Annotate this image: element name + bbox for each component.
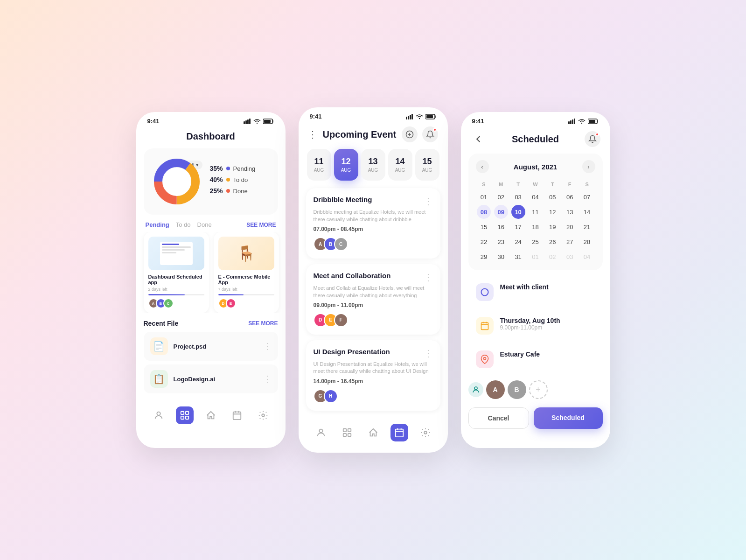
cal-day-21[interactable]: 21 [580, 220, 594, 234]
svg-rect-2 [247, 119, 249, 124]
event-card-dribbble: Dribblble Meeting ⋮ Dribbble meeting at … [306, 188, 440, 259]
event-time-dribbble: 07.00pm - 08.45pm [314, 226, 433, 232]
tab-todo[interactable]: To do [176, 221, 191, 228]
ev-avatar-8: H [324, 389, 338, 403]
cal-day-16[interactable]: 16 [494, 220, 508, 234]
file-menu-psd[interactable]: ⋮ [263, 341, 272, 351]
cal-day-02b[interactable]: 02 [545, 250, 559, 264]
cal-day-11[interactable]: 11 [528, 205, 542, 219]
cal-day-05[interactable]: 05 [545, 190, 559, 204]
nav-profile-2[interactable] [312, 424, 330, 441]
nav-profile-1[interactable] [150, 406, 167, 424]
nav-home-2[interactable] [364, 424, 382, 441]
date-14[interactable]: 14 AUG [388, 149, 412, 181]
cal-day-31[interactable]: 31 [511, 250, 525, 264]
avatar-5: E [226, 298, 236, 308]
cal-day-30[interactable]: 30 [494, 250, 508, 264]
event-menu-collab[interactable]: ⋮ [424, 272, 433, 283]
scheduled-button[interactable]: Scheduled [534, 407, 603, 429]
add-event-btn[interactable] [402, 126, 418, 142]
phone-dashboard: 9:41 Dashboard Overall ▾ [136, 112, 286, 448]
svg-point-11 [157, 412, 160, 415]
cal-day-18[interactable]: 18 [528, 220, 542, 234]
cal-day-24[interactable]: 24 [511, 235, 525, 249]
legend-todo: 40% To do [210, 176, 271, 183]
nav-grid-1[interactable] [176, 406, 194, 424]
nav-settings-1[interactable] [254, 406, 272, 424]
cal-day-03b[interactable]: 03 [563, 250, 577, 264]
cal-day-19[interactable]: 19 [545, 220, 559, 234]
file-ai: 📋 LogoDesign.ai ⋮ [144, 364, 278, 393]
event-name-uidesign: UI Design Presentation [314, 348, 390, 356]
wifi-icon-3 [578, 119, 586, 124]
cal-day-15[interactable]: 15 [477, 220, 491, 234]
date-13[interactable]: 13 AUG [361, 149, 385, 181]
cal-day-01b[interactable]: 01 [528, 250, 542, 264]
cal-day-04b[interactable]: 04 [580, 250, 594, 264]
sched-title: Scheduled [512, 134, 559, 145]
nav-calendar-1[interactable] [228, 406, 246, 424]
cal-day-29[interactable]: 29 [477, 250, 491, 264]
signal-icon-2 [406, 114, 413, 119]
cal-day-13[interactable]: 13 [563, 205, 577, 219]
add-avatar-btn[interactable]: + [529, 380, 548, 399]
event-detail-date-text: Thursday, Aug 10th [500, 317, 560, 324]
cal-day-08[interactable]: 08 [477, 205, 491, 219]
nav-home-1[interactable] [202, 406, 220, 424]
nav-calendar-2[interactable] [390, 424, 408, 441]
cal-day-12[interactable]: 12 [545, 205, 559, 219]
cal-day-27[interactable]: 27 [563, 235, 577, 249]
project-card-ecomm: 🪑 E - Commerse Mobile App 7 days left D … [214, 232, 279, 313]
hamburger-menu[interactable]: ⋮ [308, 129, 317, 140]
cal-day-04[interactable]: 04 [528, 190, 542, 204]
status-bar-1: 9:41 [136, 112, 286, 127]
cal-day-25[interactable]: 25 [528, 235, 542, 249]
cal-day-22[interactable]: 22 [477, 235, 491, 249]
time-1: 9:41 [147, 118, 160, 125]
back-button[interactable] [470, 131, 486, 147]
event-header-icons [402, 126, 438, 142]
cal-day-14[interactable]: 14 [580, 205, 594, 219]
cal-next-btn[interactable]: › [582, 160, 595, 173]
cancel-button[interactable]: Cancel [468, 407, 529, 429]
tab-pending[interactable]: Pending [146, 221, 169, 228]
bottom-nav-2 [299, 417, 448, 443]
sched-notif-btn[interactable] [585, 131, 600, 147]
nav-grid-2[interactable] [338, 424, 356, 441]
cal-day-10[interactable]: 10 [511, 205, 525, 219]
detail-icon-location [476, 350, 494, 368]
cal-day-17[interactable]: 17 [511, 220, 525, 234]
cal-day-01[interactable]: 01 [477, 190, 491, 204]
upcoming-event-title: Upcoming Event [323, 129, 397, 140]
donut-section: Overall ▾ 35% [144, 148, 278, 215]
svg-rect-1 [245, 120, 247, 124]
event-time-collab: 09.00pm - 11.00pm [314, 302, 433, 308]
cal-day-06[interactable]: 06 [563, 190, 577, 204]
cal-prev-btn[interactable]: ‹ [476, 160, 489, 173]
add-person-icon[interactable] [468, 382, 483, 397]
cal-day-28[interactable]: 28 [580, 235, 594, 249]
cal-day-03[interactable]: 03 [511, 190, 525, 204]
date-15[interactable]: 15 AUG [415, 149, 439, 181]
nav-settings-2[interactable] [417, 424, 434, 441]
event-detail-client: Meet with client [468, 277, 603, 308]
cal-day-09[interactable]: 09 [494, 205, 508, 219]
file-menu-ai[interactable]: ⋮ [263, 374, 272, 384]
cal-day-07[interactable]: 07 [580, 190, 594, 204]
cal-nav: ‹ August, 2021 › [476, 160, 595, 173]
date-11[interactable]: 11 AUG [307, 149, 331, 181]
files-see-more[interactable]: SEE MORE [248, 320, 278, 327]
cal-day-26[interactable]: 26 [545, 235, 559, 249]
cal-day-20[interactable]: 20 [563, 220, 577, 234]
svg-rect-47 [589, 120, 595, 123]
tab-done[interactable]: Done [197, 221, 212, 228]
event-menu-dribbble[interactable]: ⋮ [424, 196, 433, 207]
event-card-collab: Meet and Collaboration ⋮ Meet and Collab… [306, 264, 440, 335]
cal-day-23[interactable]: 23 [494, 235, 508, 249]
date-12[interactable]: 12 AUG [334, 149, 358, 181]
event-menu-uidesign[interactable]: ⋮ [424, 348, 433, 359]
projects-see-more[interactable]: SEE MORE [246, 222, 276, 228]
notification-btn[interactable] [422, 126, 438, 142]
cal-day-02[interactable]: 02 [494, 190, 508, 204]
svg-rect-49 [481, 322, 488, 329]
